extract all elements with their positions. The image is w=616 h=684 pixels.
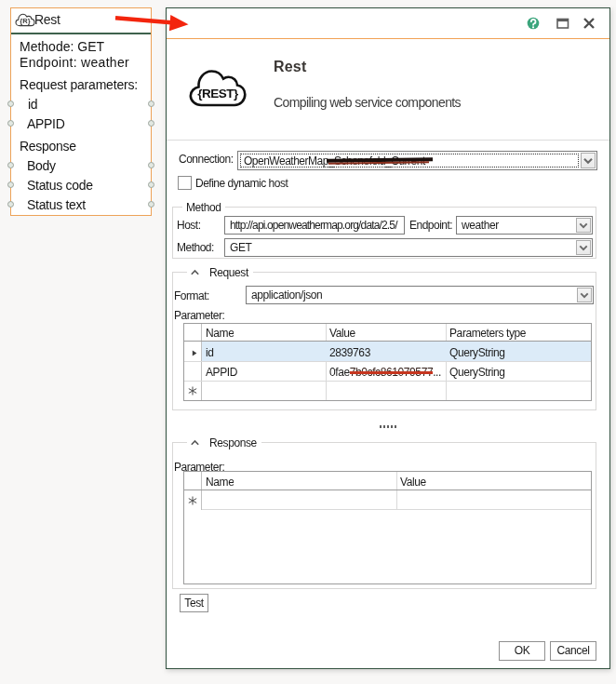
- svg-text:{R}: {R}: [20, 17, 30, 25]
- svg-text:{REST}: {REST}: [197, 87, 239, 101]
